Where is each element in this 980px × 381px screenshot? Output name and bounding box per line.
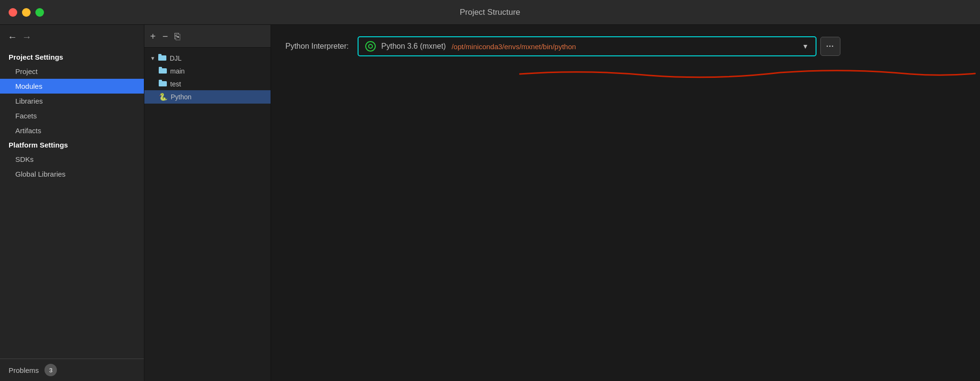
folder-icon-test (159, 80, 167, 88)
tree-label-djl: DJL (170, 54, 182, 62)
svg-rect-5 (159, 80, 162, 82)
svg-rect-3 (159, 67, 162, 69)
chevron-icon: ▼ (150, 55, 155, 61)
folder-icon-main (159, 67, 167, 75)
add-module-button[interactable]: + (150, 32, 156, 41)
minimize-button[interactable] (22, 8, 31, 17)
dropdown-arrow-icon: ▼ (802, 42, 809, 50)
annotation-line (520, 67, 975, 68)
tree-item-main[interactable]: main (144, 64, 271, 77)
problems-badge: 3 (44, 364, 57, 376)
module-toolbar: + − ⎘ (144, 25, 271, 48)
module-panel: + − ⎘ ▼ DJL (144, 25, 271, 381)
interpreter-path: /opt/miniconda3/envs/mxnet/bin/python (452, 42, 796, 51)
sidebar-item-libraries[interactable]: Libraries (0, 94, 144, 108)
python-file-icon: 🐍 (159, 93, 168, 101)
titlebar: Project Structure (0, 0, 980, 25)
copy-module-button[interactable]: ⎘ (174, 32, 180, 41)
window-title: Project Structure (460, 8, 521, 17)
interpreter-more-button[interactable]: ··· (820, 37, 840, 56)
tree-label-python: Python (171, 93, 192, 101)
sidebar-item-artifacts[interactable]: Artifacts (0, 123, 144, 138)
sidebar-item-sdks[interactable]: SDKs (0, 152, 144, 167)
sidebar-problems-bar[interactable]: Problems 3 (0, 359, 144, 381)
python-status-icon (365, 41, 376, 52)
sidebar: ← → Project Settings Project Modules Lib… (0, 25, 144, 381)
window-controls (9, 8, 44, 17)
problems-label: Problems (9, 366, 39, 374)
sidebar-item-global-libraries[interactable]: Global Libraries (0, 167, 144, 181)
nav-back-forward: ← → (0, 32, 144, 50)
tree-item-djl[interactable]: ▼ DJL (144, 52, 271, 64)
project-settings-header: Project Settings (0, 50, 144, 64)
platform-settings-header: Platform Settings (0, 138, 144, 152)
interpreter-label: Python Interpreter: (285, 42, 349, 51)
module-tree: ▼ DJL main (144, 48, 271, 381)
interpreter-row: Python Interpreter: Python 3.6 (mxnet) /… (285, 36, 966, 56)
interpreter-dropdown[interactable]: Python 3.6 (mxnet) /opt/miniconda3/envs/… (358, 36, 817, 56)
back-button[interactable]: ← (8, 32, 17, 42)
maximize-button[interactable] (35, 8, 44, 17)
svg-rect-1 (158, 54, 162, 56)
content-panel: Python Interpreter: Python 3.6 (mxnet) /… (271, 25, 980, 381)
sidebar-item-project[interactable]: Project (0, 64, 144, 79)
interpreter-select-wrapper: Python 3.6 (mxnet) /opt/miniconda3/envs/… (358, 36, 966, 56)
interpreter-name: Python 3.6 (mxnet) (381, 42, 446, 51)
sidebar-item-facets[interactable]: Facets (0, 108, 144, 123)
sidebar-nav: ← → Project Settings Project Modules Lib… (0, 25, 144, 359)
svg-rect-2 (159, 68, 167, 74)
sidebar-item-modules[interactable]: Modules (0, 79, 144, 94)
tree-item-python[interactable]: 🐍 Python (144, 90, 271, 104)
tree-label-main: main (170, 67, 185, 75)
close-button[interactable] (9, 8, 17, 17)
folder-icon-djl (158, 54, 167, 62)
main-content: ← → Project Settings Project Modules Lib… (0, 25, 980, 381)
svg-rect-0 (158, 55, 166, 61)
tree-label-test: test (170, 80, 181, 88)
forward-button[interactable]: → (22, 32, 32, 42)
python-status-inner (368, 44, 373, 49)
svg-rect-4 (159, 81, 167, 86)
remove-module-button[interactable]: − (163, 32, 168, 41)
tree-item-test[interactable]: test (144, 77, 271, 90)
